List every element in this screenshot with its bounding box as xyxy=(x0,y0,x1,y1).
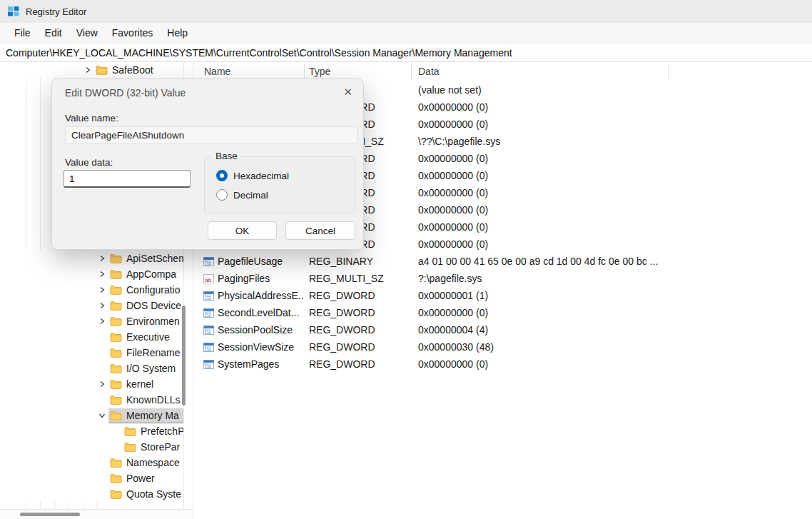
tree-item-environmen[interactable]: Environmen xyxy=(0,313,184,329)
tree-node[interactable]: Memory Ma xyxy=(108,408,183,423)
ok-button[interactable]: OK xyxy=(208,221,277,240)
list-row-pagefileusage[interactable]: 011110PagefileUsageREG_BINARYa4 01 00 00… xyxy=(193,253,812,270)
folder-icon xyxy=(110,395,123,405)
chevron-right-icon[interactable] xyxy=(96,301,108,311)
tree-node[interactable]: Quota Syste xyxy=(108,487,184,501)
tree-item-prefetchp[interactable]: PrefetchP xyxy=(0,423,184,439)
menu-edit[interactable]: Edit xyxy=(38,23,69,43)
tree-node[interactable]: AppCompa xyxy=(108,267,181,281)
tree-node[interactable]: FileRename xyxy=(108,346,184,360)
tree-item-label: Environmen xyxy=(126,316,180,327)
tree-node[interactable]: Environmen xyxy=(108,314,184,328)
tree-item-i-o-system[interactable]: I/O System xyxy=(0,361,184,376)
tree-item-safeboot[interactable]: SafeBoot xyxy=(0,62,184,78)
tree-item-knowndlls[interactable]: KnownDLLs xyxy=(0,392,184,408)
tree-node[interactable]: KnownDLLs xyxy=(108,393,184,407)
tree-node[interactable]: Namespace xyxy=(108,455,184,470)
folder-icon xyxy=(110,410,123,420)
value-name-cell: 011110SessionPoolSize xyxy=(203,321,303,338)
tree-node[interactable]: Power xyxy=(108,471,159,485)
tree-item-storepar[interactable]: StorePar xyxy=(0,439,184,455)
tree-item-appcompa[interactable]: AppCompa xyxy=(0,266,184,282)
tree-item-label: FileRename xyxy=(126,347,180,358)
list-row-secondleveldat[interactable]: 011110SecondLevelDat...REG_DWORD0x000000… xyxy=(193,304,812,321)
tree-item-dos-device[interactable]: DOS Device xyxy=(0,298,184,313)
folder-icon xyxy=(110,269,123,279)
tree-item-label: Namespace xyxy=(126,457,180,468)
value-data-cell: 0x00000030 (48) xyxy=(418,338,494,356)
folder-icon xyxy=(110,473,123,483)
tree-item-filerename[interactable]: FileRename xyxy=(0,345,184,361)
address-path: Computer\HKEY_LOCAL_MACHINE\SYSTEM\Curre… xyxy=(6,47,512,59)
tree-item-executive[interactable]: Executive xyxy=(0,329,184,345)
list-row-sessionviewsize[interactable]: 011110SessionViewSizeREG_DWORD0x00000030… xyxy=(193,338,812,356)
tree-node[interactable]: Executive xyxy=(108,330,174,344)
chevron-down-icon[interactable] xyxy=(96,410,108,420)
chevron-right-icon[interactable] xyxy=(96,379,108,389)
cancel-button[interactable]: Cancel xyxy=(285,221,355,240)
value-data-cell: 0x00000000 (0) xyxy=(418,116,488,133)
value-name-text: SessionViewSize xyxy=(218,338,294,356)
dialog-title: Edit DWORD (32-bit) Value xyxy=(65,87,186,99)
string-value-icon: ab xyxy=(203,273,214,284)
value-name-text: SessionPoolSize xyxy=(218,321,293,338)
titlebar[interactable]: Registry Editor xyxy=(0,0,812,23)
radio-decimal[interactable]: Decimal xyxy=(216,188,268,202)
close-icon[interactable]: ✕ xyxy=(343,86,352,99)
value-name-cell: 011110PagefileUsage xyxy=(203,253,303,270)
tree-node[interactable]: Configuratio xyxy=(108,283,184,297)
tree-item-kernel[interactable]: kernel xyxy=(0,376,184,392)
tree-item-apisetschem[interactable]: ApiSetSchem xyxy=(0,251,184,266)
tree-node[interactable]: StorePar xyxy=(123,440,184,454)
svg-text:110: 110 xyxy=(205,263,211,266)
value-name-input[interactable] xyxy=(65,126,357,144)
tree-node[interactable]: SafeBoot xyxy=(94,63,158,77)
chevron-right-icon[interactable] xyxy=(81,65,94,75)
value-data-cell: a4 01 00 00 41 65 0e 00 a9 cd 1d 00 4d f… xyxy=(418,253,658,270)
tree-node[interactable]: kernel xyxy=(108,377,158,391)
tree-item-label: Memory Ma xyxy=(126,410,179,421)
tree-item-quota-syste[interactable]: Quota Syste xyxy=(0,486,184,502)
value-data-cell: 0x00000000 (0) xyxy=(418,184,488,201)
radio-hexadecimal[interactable]: Hexadecimal xyxy=(216,168,289,183)
folder-icon xyxy=(110,301,123,311)
tree-node[interactable]: I/O System xyxy=(108,361,180,376)
tree-item-label: DOS Device xyxy=(126,300,181,311)
binary-value-icon: 011110 xyxy=(203,291,214,301)
tree-horizontal-scrollbar-thumb[interactable] xyxy=(20,513,80,516)
list-row-physicaladdresse[interactable]: 011110PhysicalAddressE...REG_DWORD0x0000… xyxy=(193,287,812,304)
tree-item-namespace[interactable]: Namespace xyxy=(0,455,184,470)
tree-item-memory-ma[interactable]: Memory Ma xyxy=(0,408,184,423)
tree-node[interactable]: PrefetchP xyxy=(123,424,184,438)
menu-favorites[interactable]: Favorites xyxy=(105,23,161,43)
tree-item-power[interactable]: Power xyxy=(0,470,184,486)
tree-item-label: StorePar xyxy=(141,441,180,453)
chevron-right-icon[interactable] xyxy=(96,316,108,326)
list-row-systempages[interactable]: 011110SystemPagesREG_DWORD0x00000000 (0) xyxy=(193,356,812,373)
tree-item-label: I/O System xyxy=(126,363,176,374)
menu-file[interactable]: File xyxy=(7,23,38,43)
addressbar[interactable]: Computer\HKEY_LOCAL_MACHINE\SYSTEM\Curre… xyxy=(0,44,812,62)
menu-help[interactable]: Help xyxy=(160,23,195,43)
menu-view[interactable]: View xyxy=(69,23,105,43)
chevron-right-icon[interactable] xyxy=(96,253,108,263)
tree-node[interactable]: DOS Device xyxy=(108,298,184,313)
binary-value-icon: 011110 xyxy=(203,325,214,336)
list-row-sessionpoolsize[interactable]: 011110SessionPoolSizeREG_DWORD0x00000004… xyxy=(193,321,812,338)
tree-item-configuratio[interactable]: Configuratio xyxy=(0,282,184,298)
tree-item-label: KnownDLLs xyxy=(126,394,181,405)
folder-icon xyxy=(124,426,137,436)
value-name-text: PagingFiles xyxy=(218,270,270,287)
value-data-input[interactable] xyxy=(64,170,191,188)
value-data-cell: 0x00000000 (0) xyxy=(418,201,488,218)
value-name-cell: 011110SessionViewSize xyxy=(203,338,303,356)
radio-selected-icon[interactable] xyxy=(216,170,228,181)
chevron-right-icon[interactable] xyxy=(96,269,108,279)
radio-unselected-icon[interactable] xyxy=(216,189,228,201)
list-row-pagingfiles[interactable]: abPagingFilesREG_MULTI_SZ?:\pagefile.sys xyxy=(193,270,812,287)
tree-node[interactable]: ApiSetSchem xyxy=(108,251,184,266)
chevron-right-icon[interactable] xyxy=(96,285,108,295)
tree-vertical-scrollbar-thumb[interactable] xyxy=(182,306,186,405)
value-data-label: Value data: xyxy=(65,157,113,168)
value-name-text: SecondLevelDat... xyxy=(218,304,299,321)
